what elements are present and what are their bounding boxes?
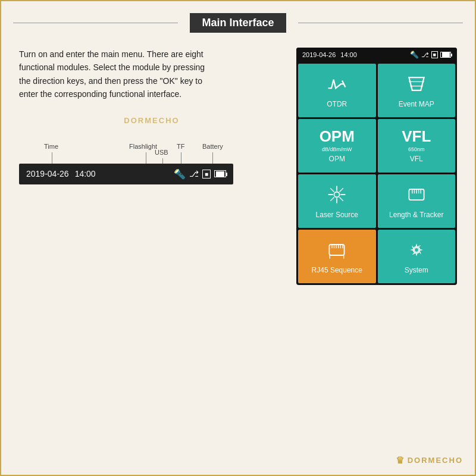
status-bar: 2019-04-26 14:00 🔦 ⎇ ■ [19, 164, 233, 184]
system-label: System [405, 266, 428, 274]
label-flashlight: Flashlight [129, 143, 157, 150]
device-status-icons: 🔦 ⎇ ■ [410, 51, 451, 59]
label-battery: Battery [202, 143, 223, 150]
opm-sub-text: dB/dBm/mW [322, 146, 352, 152]
page-title: Main Interface [190, 13, 286, 33]
device-status-bar: 2019-04-26 14:00 🔦 ⎇ ■ [296, 48, 457, 62]
otdr-label: OTDR [327, 100, 347, 108]
svg-line-12 [330, 197, 334, 201]
flashlight-icon: 🔦 [174, 168, 186, 180]
battery-icon [214, 170, 226, 177]
modules-grid: OTDR Event MAP OPM dB/dBm/mW OPM [296, 62, 457, 285]
status-time: 14:00 [75, 169, 96, 178]
svg-line-9 [330, 188, 334, 192]
otdr-icon [326, 73, 347, 98]
status-date-time: 2019-04-26 14:00 [26, 169, 168, 178]
label-time: Time [44, 143, 58, 150]
svg-point-4 [334, 192, 340, 197]
tf-icon: ■ [202, 170, 211, 178]
module-event-map[interactable]: Event MAP [378, 64, 456, 117]
header-line-right [298, 23, 463, 23]
module-laser-source[interactable]: Laser Source [298, 174, 376, 228]
device-screen: 2019-04-26 14:00 🔦 ⎇ ■ [296, 48, 457, 285]
event-map-icon [406, 73, 427, 98]
opm-label: OPM [329, 155, 345, 163]
description-text: Turn on and enter the main menu. There a… [19, 48, 209, 101]
line-battery [212, 152, 213, 164]
line-flashlight [146, 152, 146, 164]
brand-text: DORMECHO [408, 456, 463, 465]
left-panel: Turn on and enter the main menu. There a… [19, 48, 284, 285]
svg-rect-19 [330, 245, 345, 255]
module-otdr[interactable]: OTDR [298, 64, 376, 117]
module-vfl[interactable]: VFL 650nm VFL [378, 119, 456, 173]
module-rj45[interactable]: RJ45 Sequence [298, 230, 376, 283]
bottom-brand: ♛ DORMECHO [396, 455, 463, 466]
svg-point-29 [414, 248, 418, 252]
header-section: Main Interface [1, 1, 475, 42]
laser-label: Laser Source [316, 211, 358, 219]
svg-marker-1 [409, 77, 424, 90]
vfl-sub-text: 650nm [408, 146, 425, 152]
vfl-label: VFL [410, 155, 423, 163]
line-time [52, 152, 52, 164]
device-tf-icon: ■ [431, 51, 438, 58]
watermark-text: DORMECHO [19, 116, 284, 125]
line-tf [181, 152, 181, 164]
device-battery-icon [440, 52, 451, 58]
module-system[interactable]: System [378, 230, 456, 283]
device-flashlight-icon: 🔦 [410, 51, 419, 59]
device-time: 14:00 [340, 51, 357, 58]
rj45-label: RJ45 Sequence [312, 266, 362, 274]
status-date: 2019-04-26 [26, 169, 69, 178]
device-date-time: 2019-04-26 14:00 [302, 51, 406, 58]
event-map-label: Event MAP [399, 100, 434, 108]
svg-line-11 [340, 188, 343, 192]
header-line-left [13, 23, 178, 23]
label-tf: TF [177, 143, 184, 150]
usb-icon: ⎇ [189, 169, 199, 178]
main-content: Turn on and enter the main menu. There a… [1, 42, 475, 291]
opm-main-text: OPM [320, 129, 355, 144]
vfl-main-text: VFL [402, 129, 431, 144]
system-icon [406, 239, 427, 264]
svg-line-10 [340, 197, 343, 201]
label-usb: USB [155, 149, 168, 156]
module-length-tracker[interactable]: Length & Tracker [378, 174, 456, 228]
status-diagram: Time Flashlight USB TF [19, 143, 284, 184]
status-icons: 🔦 ⎇ ■ [174, 168, 226, 180]
device-date: 2019-04-26 [302, 51, 336, 58]
laser-icon [326, 184, 347, 208]
length-label: Length & Tracker [389, 211, 443, 219]
length-tracker-icon [406, 184, 427, 208]
device-usb-icon: ⎇ [421, 51, 429, 59]
module-opm[interactable]: OPM dB/dBm/mW OPM [298, 119, 376, 173]
rj45-icon [326, 239, 347, 264]
crown-icon: ♛ [396, 455, 405, 466]
